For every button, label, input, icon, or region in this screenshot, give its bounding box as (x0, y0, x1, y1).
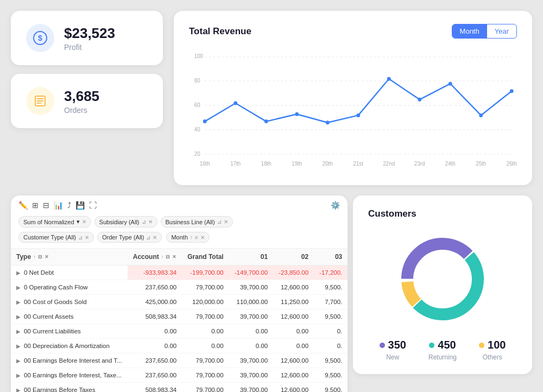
cell-01: 0.00 (182, 324, 229, 339)
toolbar-icon-expand[interactable]: ⛶ (89, 201, 97, 210)
cell-04: -17,200. (314, 265, 348, 280)
expand-btn[interactable]: ▶ (16, 358, 21, 364)
expand-btn[interactable]: ▶ (16, 299, 21, 305)
orders-value: 3,685 (64, 88, 99, 105)
cell-03: 12,600.00 (273, 353, 314, 368)
cell-type: ▶ 00 Earnings Before Interest, Taxe... (11, 368, 128, 382)
filter-chip-customer[interactable]: Customer Type (All) ⊿ ✕ (18, 232, 94, 243)
cell-02: 0.00 (229, 339, 273, 353)
cell-grand-total: 425,000.00 (128, 295, 182, 309)
svg-point-24 (449, 82, 452, 86)
col-header-grand-total[interactable]: Grand Total (182, 249, 229, 265)
customers-title: Customers (368, 208, 517, 219)
filter-chip-business[interactable]: Business Line (All) ⊿ ✕ (161, 216, 233, 227)
filter-chip-month[interactable]: Month ↑ ≡ ✕ (166, 232, 209, 243)
cell-03: 11,250.00 (273, 295, 314, 309)
orders-text: 3,685 Orders (64, 88, 99, 115)
cell-type: ▶ 0 Operating Cash Flow (11, 280, 128, 294)
others-dot (479, 343, 484, 348)
expand-btn[interactable]: ▶ (16, 314, 21, 320)
filter-remove-business[interactable]: ✕ (224, 219, 228, 225)
toolbar-icon-edit[interactable]: ✏️ (18, 201, 28, 210)
orders-label: Orders (64, 106, 99, 115)
cell-01: 79,700.00 (182, 368, 229, 383)
expand-btn[interactable]: ▶ (16, 270, 21, 276)
legend-item-others: 100 Others (479, 339, 506, 361)
cell-type: ▶ 0 Net Debt (11, 265, 128, 280)
filter-row-2: Customer Type (All) ⊿ ✕ Order Type (All)… (18, 232, 162, 243)
toolbar-icon-grid[interactable]: ⊞ (32, 201, 39, 210)
filter-icon-month: ↑ (190, 235, 193, 241)
cell-type: ▶ 00 Cost of Goods Sold (11, 295, 128, 309)
table-row: ▶ 00 Depreciation & Amortization0.000.00… (11, 339, 348, 353)
revenue-card: Total Revenue Month Year 100 80 60 40 20 (174, 11, 532, 185)
svg-text:60: 60 (194, 102, 200, 108)
expand-btn[interactable]: ▶ (16, 372, 21, 378)
filter-chip-subsidiary[interactable]: Subsidiary (All) ⊿ ✕ (94, 216, 157, 227)
orders-card: 3,685 Orders (11, 74, 163, 128)
svg-point-16 (203, 119, 207, 123)
profit-label: Profit (64, 43, 115, 52)
col-header-01[interactable]: 01 (229, 249, 273, 265)
expand-btn[interactable]: ▶ (16, 328, 21, 334)
customers-card: Customers 350 New 450 (353, 195, 532, 374)
toolbar-icon-view[interactable]: ⊟ (43, 201, 49, 210)
col-header-03[interactable]: 03 (314, 249, 348, 265)
toggle-group[interactable]: Month Year (452, 24, 517, 39)
filter-remove-order[interactable]: ✕ (153, 235, 157, 241)
svg-point-18 (264, 119, 268, 123)
cell-04: 9,500. (314, 280, 348, 295)
cell-02: 39,700.00 (229, 309, 273, 324)
svg-text:21st: 21st (353, 161, 364, 167)
table-scroll[interactable]: Type ↑ ⊟ ✕ Account ↑ ⊟ ✕ (11, 249, 348, 392)
year-toggle[interactable]: Year (487, 24, 516, 38)
toolbar-icon-share[interactable]: ⤴ (67, 201, 71, 210)
cell-01: 79,700.00 (182, 353, 229, 368)
expand-btn[interactable]: ▶ (16, 387, 21, 393)
table-row: ▶ 00 Current Assets508,983.3479,700.0039… (11, 309, 348, 324)
expand-btn[interactable]: ▶ (16, 343, 21, 349)
month-toggle[interactable]: Month (452, 24, 487, 38)
filter-row-3: Month ↑ ≡ ✕ (166, 232, 209, 243)
toolbar-icon-settings[interactable]: ⚙️ (331, 201, 340, 210)
svg-point-21 (356, 113, 360, 117)
table-row: ▶ 00 Earnings Before Taxes508,983.3479,7… (11, 383, 348, 393)
expand-btn[interactable]: ▶ (16, 284, 21, 290)
cell-03: 0.00 (273, 324, 314, 339)
cell-01: 0.00 (182, 339, 229, 353)
table-row: ▶ 0 Net Debt-933,983.34-199,700.00-149,7… (11, 265, 348, 280)
cell-03: 12,600.00 (273, 368, 314, 383)
profit-card: $ $23,523 Profit (11, 11, 163, 65)
col-header-type[interactable]: Type ↑ ⊟ ✕ (11, 249, 128, 265)
cell-03: 0.00 (273, 339, 314, 353)
filter-icon-customer: ⊿ (78, 235, 83, 241)
filter-remove-month[interactable]: ✕ (200, 235, 205, 241)
toolbar-icon-chart[interactable]: 📊 (54, 201, 63, 210)
svg-text:18th: 18th (261, 161, 272, 167)
svg-point-17 (233, 102, 237, 105)
cell-02: 39,700.00 (229, 280, 273, 295)
cell-grand-total: 237,650.00 (128, 353, 182, 368)
table-row: ▶ 00 Earnings Before Interest and T...23… (11, 353, 348, 368)
table-toolbar: ✏️ ⊞ ⊟ 📊 ⤴ 💾 ⛶ ⚙️ Sum of Normalized ▾ ✕ … (11, 195, 348, 249)
legend-row-returning: 450 (429, 339, 456, 351)
cell-grand-total: -933,983.34 (128, 265, 182, 280)
cell-04: 7,700. (314, 295, 348, 309)
col-header-account[interactable]: Account ↑ ⊟ ✕ (128, 249, 182, 265)
profit-value: $23,523 (64, 25, 115, 42)
col-header-02[interactable]: 02 (273, 249, 314, 265)
filter-remove-subsidiary[interactable]: ✕ (148, 219, 153, 225)
filter-remove-normalized[interactable]: ✕ (82, 219, 86, 225)
cell-04: 9,500. (314, 309, 348, 324)
svg-point-25 (479, 113, 483, 117)
cell-type: ▶ 00 Earnings Before Taxes (11, 383, 128, 392)
toolbar-icon-save[interactable]: 💾 (75, 201, 85, 210)
table-row: ▶ 00 Current Liabilities0.000.000.000.00… (11, 324, 348, 339)
data-table: Type ↑ ⊟ ✕ Account ↑ ⊟ ✕ (11, 249, 348, 392)
cell-grand-total: 0.00 (128, 324, 182, 339)
filter-remove-customer[interactable]: ✕ (85, 235, 89, 241)
profit-icon: $ (26, 24, 54, 52)
filter-chip-order[interactable]: Order Type (All) ⊿ ✕ (97, 232, 162, 243)
filter-chip-normalized[interactable]: Sum of Normalized ▾ ✕ (18, 216, 91, 227)
cell-02: -149,700.00 (229, 265, 273, 280)
